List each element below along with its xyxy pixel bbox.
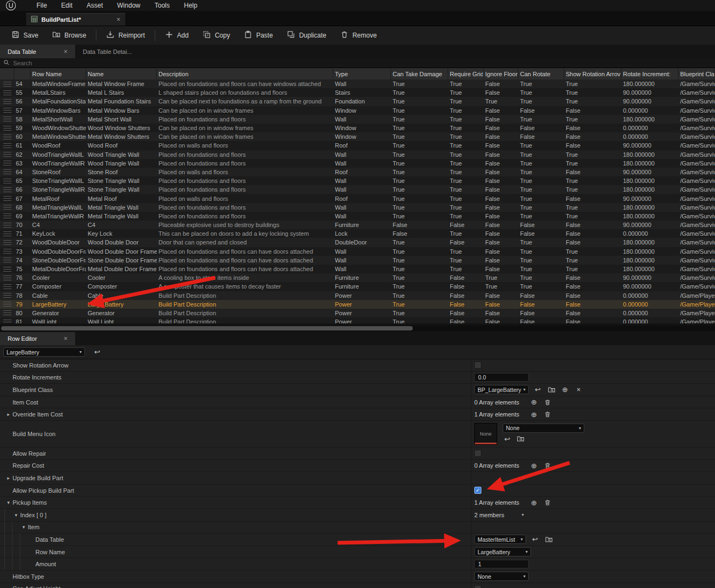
expander-open-icon[interactable]: ▾ bbox=[20, 524, 28, 530]
row-drag-handle-icon[interactable] bbox=[3, 117, 11, 121]
icon-thumbnail[interactable]: None bbox=[474, 423, 497, 445]
paste-row-button[interactable]: Paste bbox=[237, 26, 280, 45]
row-drag-handle-icon[interactable] bbox=[3, 302, 11, 307]
unreal-engine-logo-icon[interactable] bbox=[5, 0, 21, 11]
copy-row-button[interactable]: Copy bbox=[195, 26, 237, 45]
build-menu-icon-dropdown[interactable]: None▾ bbox=[503, 424, 584, 433]
menu-help[interactable]: Help bbox=[177, 2, 205, 9]
table-row[interactable]: 72WoodDoubleDoorWood Double DoorDoor tha… bbox=[0, 238, 715, 247]
column-header-ignore-floor-collisior[interactable]: Ignore Floor Collisior bbox=[484, 68, 518, 79]
row-drag-handle-icon[interactable] bbox=[3, 213, 11, 218]
column-header-show-rotation-arrov[interactable]: Show Rotation Arrov bbox=[564, 68, 621, 79]
table-row[interactable]: 62WoodTriangleWallLWood Triangle WallPla… bbox=[0, 150, 715, 159]
column-header-description[interactable]: Description bbox=[157, 68, 333, 79]
data-table-dropdown[interactable]: MasterItemList▾ bbox=[474, 535, 526, 544]
browse-to-asset-icon[interactable] bbox=[547, 386, 556, 394]
hitbox-type-dropdown[interactable]: None▾ bbox=[474, 572, 529, 581]
row-drag-handle-icon[interactable] bbox=[3, 126, 11, 131]
menu-tools[interactable]: Tools bbox=[148, 2, 177, 9]
expander-open-icon[interactable]: ▾ bbox=[12, 512, 20, 518]
column-header-type[interactable]: Type bbox=[333, 68, 391, 79]
table-row[interactable]: 63WoodTriangleWallRWood Triangle WallPla… bbox=[0, 159, 715, 168]
row-drag-handle-icon[interactable] bbox=[3, 169, 11, 174]
table-row[interactable]: 58MetalShortWallMetal Short WallPlaced o… bbox=[0, 115, 715, 124]
table-row[interactable]: 57MetalWindowBarsMetal Window BarsCan be… bbox=[0, 106, 715, 115]
browse-to-asset-icon[interactable] bbox=[516, 435, 525, 443]
row-drag-handle-icon[interactable] bbox=[3, 161, 11, 166]
table-row[interactable]: 71KeyLockKey LockThis can be placed on d… bbox=[0, 229, 715, 238]
row-drag-handle-icon[interactable] bbox=[3, 179, 11, 183]
duplicate-row-button[interactable]: Duplicate bbox=[280, 26, 333, 45]
row-name-dropdown[interactable]: LargeBattery▾ bbox=[474, 547, 531, 556]
checkbox[interactable]: ✓ bbox=[474, 487, 481, 494]
row-drag-handle-icon[interactable] bbox=[3, 293, 11, 298]
table-row[interactable]: 54MetalWindowFrameMetal Window FramePlac… bbox=[0, 79, 715, 88]
members-count[interactable]: 2 members bbox=[474, 512, 504, 518]
column-header-row-name[interactable]: Row Name bbox=[30, 68, 86, 79]
column-header-require-grid[interactable]: Require Grid bbox=[448, 68, 484, 79]
row-drag-handle-icon[interactable] bbox=[3, 82, 11, 87]
row-drag-handle-icon[interactable] bbox=[3, 205, 11, 210]
menu-file[interactable]: File bbox=[29, 2, 54, 9]
column-header-rotate-increment-[interactable]: Rotate Increment: bbox=[621, 68, 679, 79]
table-row[interactable]: 81WallLightWall LightBuild Part Descript… bbox=[0, 317, 715, 323]
delete-elements-icon[interactable] bbox=[543, 499, 552, 506]
table-row[interactable]: 66StoneTriangleWallRStone Triangle WallP… bbox=[0, 185, 715, 194]
row-drag-handle-icon[interactable] bbox=[3, 249, 11, 254]
checkbox[interactable] bbox=[474, 585, 481, 588]
search-input[interactable] bbox=[13, 60, 285, 66]
row-drag-handle-icon[interactable] bbox=[3, 284, 11, 289]
table-row[interactable]: 68MetalTriangleWallLMetal Triangle WallP… bbox=[0, 203, 715, 212]
delete-elements-icon[interactable] bbox=[543, 411, 552, 418]
tab-row-editor[interactable]: Row Editor × bbox=[0, 332, 75, 345]
table-row[interactable]: 75MetalDoubleDoorFrameMetal Double Door … bbox=[0, 265, 715, 273]
column-header-can-take-damage[interactable]: Can Take Damage bbox=[391, 68, 448, 79]
row-drag-handle-icon[interactable] bbox=[3, 231, 11, 236]
table-row[interactable]: 73WoodDoubleDoorFrameWood Double Door Fr… bbox=[0, 247, 715, 256]
use-selected-asset-icon[interactable]: ↩ bbox=[533, 385, 542, 394]
table-row[interactable]: 64StoneRoofStone RoofPlaced on walls and… bbox=[0, 168, 715, 176]
row-drag-handle-icon[interactable] bbox=[3, 196, 11, 201]
use-selected-asset-icon[interactable]: ↩ bbox=[530, 535, 540, 543]
menu-asset[interactable]: Asset bbox=[80, 2, 110, 9]
delete-elements-icon[interactable] bbox=[543, 462, 552, 469]
text-field[interactable]: 1 bbox=[474, 560, 529, 568]
column-header-name[interactable]: Name bbox=[86, 68, 157, 79]
horizontal-scrollbar[interactable] bbox=[0, 326, 715, 331]
blueprint-class-dropdown[interactable]: BP_LargeBattery▾ bbox=[474, 385, 529, 394]
row-drag-handle-icon[interactable] bbox=[3, 134, 11, 139]
browse-to-asset-icon[interactable] bbox=[544, 536, 553, 543]
table-row[interactable]: 77ComposterComposterA composter that cau… bbox=[0, 282, 715, 291]
row-drag-handle-icon[interactable] bbox=[3, 108, 11, 113]
table-row[interactable]: 60MetalWindowShuttersMetal Window Shutte… bbox=[0, 132, 715, 141]
table-row[interactable]: 55MetalLStairsMetal L StairsL shaped sta… bbox=[0, 88, 715, 97]
table-row[interactable]: 65StoneTriangleWallLStone Triangle WallP… bbox=[0, 176, 715, 185]
table-row[interactable]: 78CableCableBuild Part DescriptionPowerT… bbox=[0, 291, 715, 300]
menu-window[interactable]: Window bbox=[110, 2, 148, 9]
checkbox[interactable] bbox=[474, 362, 481, 369]
clear-asset-icon[interactable]: × bbox=[574, 385, 583, 394]
add-element-icon[interactable]: ⊕ bbox=[529, 398, 539, 406]
row-drag-handle-icon[interactable] bbox=[3, 240, 11, 245]
row-drag-handle-icon[interactable] bbox=[3, 90, 11, 95]
table-row[interactable]: 76CoolerCoolerA cooling box to store ite… bbox=[0, 273, 715, 282]
table-row[interactable]: 67MetalRoofMetal RoofPlaced on walls and… bbox=[0, 194, 715, 203]
menu-edit[interactable]: Edit bbox=[54, 2, 80, 9]
column-header-can-rotate[interactable]: Can Rotate bbox=[518, 68, 564, 79]
table-row[interactable]: 74StoneDoubleDoorFrameStone Double Door … bbox=[0, 256, 715, 265]
table-row[interactable]: 79LargeBatteryLarge BatteryBuild Part De… bbox=[0, 300, 715, 309]
tab-data-table[interactable]: Data Table × bbox=[0, 45, 75, 58]
close-icon[interactable]: × bbox=[117, 16, 120, 23]
table-row[interactable]: 69MetalTriangleWallRMetal Triangle WallP… bbox=[0, 212, 715, 220]
expander-closed-icon[interactable]: ▸ bbox=[4, 475, 13, 481]
add-element-icon[interactable]: ⊕ bbox=[529, 462, 539, 470]
checkbox[interactable] bbox=[474, 450, 481, 457]
row-select-dropdown[interactable]: LargeBattery ▾ bbox=[3, 347, 85, 357]
close-icon[interactable]: × bbox=[64, 48, 68, 56]
reimport-button[interactable]: Reimport bbox=[99, 26, 152, 45]
row-drag-handle-icon[interactable] bbox=[3, 143, 11, 148]
row-drag-handle-icon[interactable] bbox=[3, 258, 11, 262]
table-row[interactable]: 61WoodRoofWood RoofPlaced on walls and f… bbox=[0, 141, 715, 150]
table-row[interactable]: 80GeneratorGeneratorBuild Part Descripti… bbox=[0, 309, 715, 317]
add-element-icon[interactable]: ⊕ bbox=[529, 411, 539, 419]
